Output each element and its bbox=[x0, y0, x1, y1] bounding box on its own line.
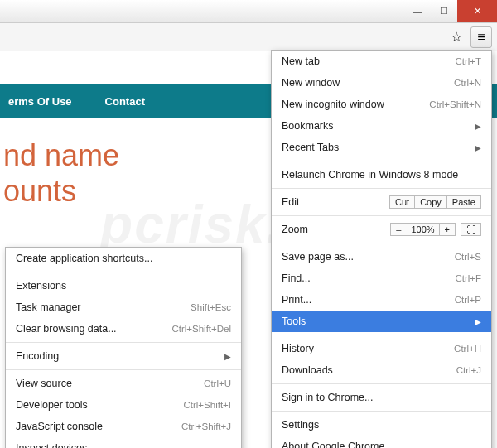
menu-separator bbox=[272, 243, 491, 243]
menu-separator bbox=[272, 383, 491, 384]
menu-about[interactable]: About Google Chrome bbox=[272, 436, 491, 448]
menu-bookmarks[interactable]: Bookmarks▶ bbox=[272, 115, 491, 137]
chevron-right-icon: ▶ bbox=[475, 122, 481, 131]
edit-copy-button[interactable]: Copy bbox=[414, 195, 447, 209]
edit-paste-button[interactable]: Paste bbox=[446, 195, 481, 209]
menu-signin[interactable]: Sign in to Chrome... bbox=[272, 387, 491, 408]
submenu-encoding[interactable]: Encoding▶ bbox=[6, 345, 241, 367]
menu-tools[interactable]: Tools▶ bbox=[272, 311, 491, 332]
menu-new-window[interactable]: New windowCtrl+N bbox=[272, 72, 491, 94]
menu-history[interactable]: HistoryCtrl+H bbox=[272, 338, 491, 359]
zoom-value: 100% bbox=[406, 223, 439, 236]
menu-separator bbox=[272, 161, 491, 161]
menu-new-tab[interactable]: New tabCtrl+T bbox=[272, 51, 491, 72]
menu-relaunch-win8[interactable]: Relaunch Chrome in Windows 8 mode bbox=[272, 164, 491, 185]
menu-separator bbox=[272, 335, 491, 335]
submenu-extensions[interactable]: Extensions bbox=[6, 275, 241, 296]
menu-button[interactable]: ≡ bbox=[470, 26, 492, 48]
fullscreen-button[interactable]: ⛶ bbox=[461, 223, 481, 236]
submenu-task-manager[interactable]: Task managerShift+Esc bbox=[6, 296, 241, 318]
close-button[interactable]: ✕ bbox=[457, 0, 497, 22]
edit-cut-button[interactable]: Cut bbox=[389, 195, 415, 209]
nav-link-contact[interactable]: Contact bbox=[105, 95, 145, 108]
menu-print[interactable]: Print...Ctrl+P bbox=[272, 289, 491, 311]
menu-zoom: Zoom – 100% + ⛶ bbox=[272, 219, 491, 240]
submenu-create-shortcuts[interactable]: Create application shortcuts... bbox=[6, 248, 241, 269]
zoom-out-button[interactable]: – bbox=[390, 223, 407, 236]
nav-link-terms[interactable]: erms Of Use bbox=[8, 95, 72, 108]
chevron-right-icon: ▶ bbox=[475, 143, 481, 152]
menu-recent-tabs[interactable]: Recent Tabs▶ bbox=[272, 137, 491, 158]
menu-save-page[interactable]: Save page as...Ctrl+S bbox=[272, 246, 491, 267]
menu-separator bbox=[6, 369, 241, 370]
bookmark-star-icon[interactable]: ☆ bbox=[446, 26, 467, 48]
menu-downloads[interactable]: DownloadsCtrl+J bbox=[272, 359, 491, 381]
submenu-developer-tools[interactable]: Developer toolsCtrl+Shift+I bbox=[6, 394, 241, 416]
chrome-main-menu: New tabCtrl+T New windowCtrl+N New incog… bbox=[271, 50, 492, 448]
menu-separator bbox=[272, 215, 491, 216]
maximize-button[interactable]: ☐ bbox=[431, 0, 457, 22]
chevron-right-icon: ▶ bbox=[475, 317, 481, 326]
submenu-view-source[interactable]: View sourceCtrl+U bbox=[6, 373, 241, 394]
menu-edit: Edit Cut Copy Paste bbox=[272, 191, 491, 213]
menu-separator bbox=[272, 188, 491, 189]
submenu-javascript-console[interactable]: JavaScript consoleCtrl+Shift+J bbox=[6, 416, 241, 437]
minimize-button[interactable]: — bbox=[404, 0, 431, 22]
menu-separator bbox=[272, 411, 491, 412]
menu-separator bbox=[6, 272, 241, 272]
submenu-clear-browsing-data[interactable]: Clear browsing data...Ctrl+Shift+Del bbox=[6, 318, 241, 340]
zoom-in-button[interactable]: + bbox=[439, 223, 456, 236]
chevron-right-icon: ▶ bbox=[224, 352, 231, 361]
menu-find[interactable]: Find...Ctrl+F bbox=[272, 267, 491, 289]
tools-submenu: Create application shortcuts... Extensio… bbox=[5, 247, 242, 448]
menu-separator bbox=[6, 342, 241, 343]
menu-settings[interactable]: Settings bbox=[272, 414, 491, 436]
browser-toolbar: ☆ ≡ bbox=[0, 23, 497, 51]
submenu-inspect-devices[interactable]: Inspect devices bbox=[6, 437, 241, 448]
window-titlebar: — ☐ ✕ bbox=[0, 0, 497, 23]
menu-new-incognito[interactable]: New incognito windowCtrl+Shift+N bbox=[272, 94, 491, 115]
